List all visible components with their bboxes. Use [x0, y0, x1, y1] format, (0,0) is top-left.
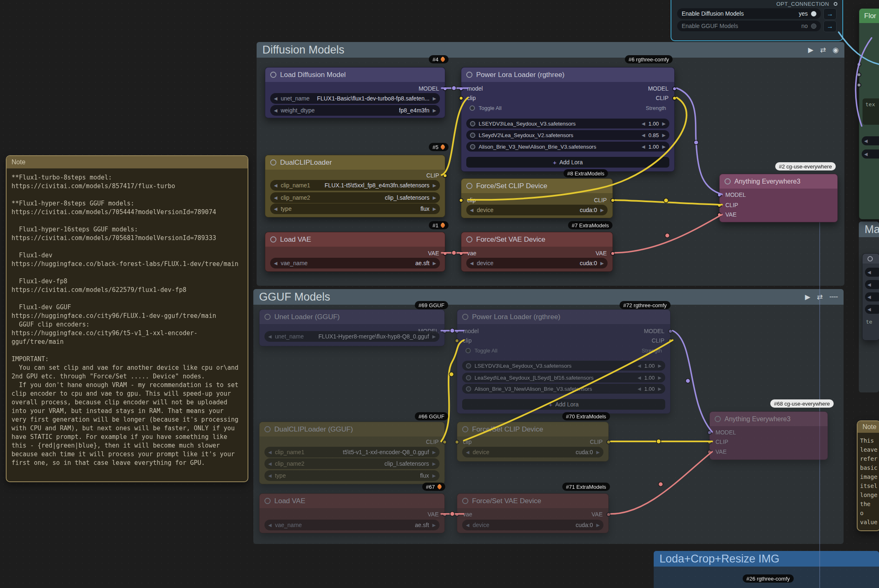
lora-toggle-icon[interactable] [466, 363, 471, 369]
next-value-icon[interactable]: ▶ [432, 334, 436, 339]
toggle-knob-icon[interactable] [811, 23, 816, 29]
prev-value-icon[interactable]: ◀ [274, 96, 277, 101]
next-value-icon[interactable]: ▶ [433, 108, 436, 113]
clip-input-port[interactable] [707, 440, 712, 444]
node-header[interactable]: Force/Set VAE Device [461, 232, 612, 247]
device-widget[interactable]: ◀ device cuda:0 ▶ [462, 447, 603, 457]
opt-connection-port[interactable] [834, 2, 837, 6]
note-header[interactable]: Note [858, 421, 879, 433]
node-load-diffusion-model[interactable]: Load Diffusion Model MODEL ◀ unet_name F… [265, 67, 445, 118]
clip-output-port[interactable] [668, 338, 673, 343]
group-load-crop-header[interactable]: Loda+Crop+Resize IMG [654, 551, 879, 567]
prev-value-icon[interactable]: ◀ [274, 261, 277, 266]
node-header[interactable]: Load VAE [259, 494, 444, 508]
strength-decrement-icon[interactable]: ◀ [642, 144, 645, 149]
node-header[interactable]: DualCLIPLoader [265, 155, 445, 170]
strength-decrement-icon[interactable]: ◀ [638, 363, 641, 369]
node-force-set-clip-device-gguf[interactable]: Force/Set CLIP Device clip CLIP ◀ device… [457, 422, 609, 462]
collapse-dot-icon[interactable] [466, 236, 472, 243]
model-input-port[interactable] [707, 430, 712, 435]
strength-decrement-icon[interactable]: ◀ [642, 121, 645, 126]
node-header[interactable]: Power Lora Loader (rgthree) [461, 68, 674, 82]
lora-strength[interactable]: 1.00 [648, 121, 659, 127]
toggle-all-knob-icon[interactable] [465, 348, 471, 353]
collapse-dot-icon[interactable] [466, 72, 472, 78]
widget-partial[interactable]: ◀ [862, 136, 879, 145]
lora-row[interactable]: LSEYDV3\Lea_Seydoux_V3.safetensors ◀ 1.0… [466, 119, 669, 128]
unet-name-widget[interactable]: ◀ unet_name FLUX1-Basic\flux1-dev-turbo8… [270, 93, 440, 104]
vae-output-port[interactable] [442, 512, 447, 517]
strength-increment-icon[interactable]: ▶ [662, 121, 666, 126]
clip-input-port[interactable] [459, 96, 463, 100]
node-force-set-clip-device[interactable]: Force/Set CLIP Device clip CLIP ◀ device… [461, 178, 613, 218]
lora-row[interactable]: LeaSeyd\Lea_Seydoux_[LSeyd]_bf16.safeten… [462, 373, 665, 383]
collapse-dot-icon[interactable] [270, 72, 276, 78]
device-widget[interactable]: ◀ device cuda:0 ▶ [466, 205, 608, 215]
next-value-icon[interactable]: ▶ [433, 195, 436, 201]
collapse-dot-icon[interactable] [725, 178, 731, 184]
clip-name1-widget[interactable]: ◀ clip_name1 FLUX.1-t5\t5xxl_fp8_e4m3fn.… [270, 180, 440, 191]
lora-toggle-icon[interactable] [470, 144, 475, 149]
next-value-icon[interactable]: ▶ [433, 261, 436, 266]
clip-input-port[interactable] [459, 198, 463, 203]
clip-input-port[interactable] [455, 440, 459, 444]
group-play-icon[interactable]: ▶ [805, 293, 810, 301]
lora-row[interactable]: LSEYDV3\Lea_Seydoux_V3.safetensors ◀ 1.0… [462, 361, 665, 371]
prev-value-icon[interactable]: ◀ [268, 461, 271, 467]
node-dualcliploader[interactable]: DualCLIPLoader CLIP ◀ clip_name1 FLUX.1-… [265, 155, 445, 217]
clip-name2-widget[interactable]: ◀ clip_name2 clip_l.safetensors ▶ [270, 192, 440, 203]
lora-toggle-icon[interactable] [466, 375, 471, 380]
widget-partial[interactable]: ◀ [862, 149, 879, 159]
note-header[interactable]: Note [7, 156, 248, 168]
collapse-dot-icon[interactable] [264, 498, 271, 504]
toggle-all-knob-icon[interactable] [470, 105, 475, 111]
next-value-icon[interactable]: ▶ [432, 473, 436, 478]
prev-value-icon[interactable]: ◀ [268, 473, 271, 478]
collapse-dot-icon[interactable] [462, 426, 468, 432]
type-widget[interactable]: ◀ type flux ▶ [270, 203, 440, 214]
node-force-set-vae-device-gguf[interactable]: Force/Set VAE Device vae VAE ◀ device cu… [457, 493, 609, 533]
collapse-dot-icon[interactable] [466, 183, 472, 189]
node-anything-everywhere3[interactable]: Anything Everywhere3 MODEL CLIP VAE [719, 174, 838, 222]
type-widget[interactable]: ◀ type flux ▶ [264, 470, 440, 481]
input-port[interactable] [857, 83, 861, 87]
vae-input-port[interactable] [717, 212, 722, 217]
vae-output-port[interactable] [443, 251, 447, 256]
clip-output-port[interactable] [672, 96, 677, 100]
lora-row[interactable]: Alison_Brie_V3_New\Alison_Brie_V3.safete… [462, 384, 665, 394]
prev-value-icon[interactable]: ◀ [470, 261, 473, 266]
model-input-port[interactable] [459, 86, 463, 91]
text-widget[interactable]: tex [863, 98, 879, 125]
jump-arrow-button[interactable]: → [823, 8, 837, 20]
lora-toggle-icon[interactable] [470, 121, 475, 126]
node-header[interactable]: Force/Set CLIP Device [461, 179, 612, 193]
toggle-all-row[interactable]: Toggle All Strength [470, 103, 666, 112]
lora-strength[interactable]: 1.00 [644, 363, 655, 369]
lora-strength[interactable]: 1.00 [644, 386, 655, 392]
next-value-icon[interactable]: ▶ [596, 450, 600, 455]
node-note-right-partial[interactable]: Note This leave refer basic image itsel … [857, 420, 879, 531]
clip-input-port[interactable] [455, 338, 459, 343]
clip-output-port[interactable] [606, 440, 611, 444]
prev-value-icon[interactable]: ◀ [864, 152, 867, 157]
next-value-icon[interactable]: ▶ [601, 261, 604, 266]
model-input-port[interactable] [455, 329, 459, 334]
group-mar-header[interactable]: Mar [859, 222, 879, 237]
prev-value-icon[interactable]: ◀ [268, 450, 271, 455]
group-play-icon[interactable]: ▶ [808, 46, 814, 54]
prev-value-icon[interactable]: ◀ [268, 523, 271, 528]
prev-value-icon[interactable]: ◀ [867, 270, 871, 275]
node-load-vae[interactable]: Load VAE VAE ◀ vae_name ae.sft ▶ [265, 232, 445, 272]
widget-partial[interactable]: ◀ [865, 292, 879, 301]
lora-row[interactable]: Alison_Brie_V3_New\Alison_Brie_V3.safete… [466, 142, 669, 152]
node-power-lora-loader[interactable]: Power Lora Loader (rgthree) model MODEL … [461, 67, 675, 172]
lora-strength[interactable]: 1.00 [644, 375, 655, 381]
switch-value[interactable]: no [801, 23, 808, 29]
node-force-set-vae-device[interactable]: Force/Set VAE Device vae VAE ◀ device cu… [461, 232, 613, 272]
collapse-dot-icon[interactable] [715, 416, 721, 422]
widget-partial[interactable]: ◀ [865, 268, 879, 277]
input-port[interactable] [857, 62, 861, 67]
node-partial-right[interactable]: ◀ ◀ ◀ ◀ te [862, 253, 879, 341]
collapse-dot-icon[interactable] [270, 159, 276, 166]
prev-value-icon[interactable]: ◀ [268, 334, 271, 339]
